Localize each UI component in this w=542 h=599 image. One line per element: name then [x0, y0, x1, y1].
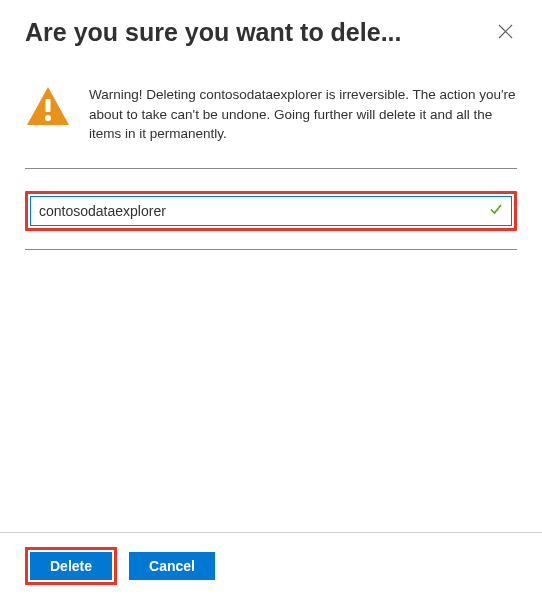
cancel-button-wrapper: Cancel: [127, 547, 217, 585]
delete-button-highlight: Delete: [25, 547, 117, 585]
warning-block: Warning! Deleting contosodataexplorer is…: [25, 85, 517, 169]
dialog-content: Warning! Deleting contosodataexplorer is…: [0, 57, 542, 250]
dialog-footer: Delete Cancel: [0, 532, 542, 599]
cancel-button[interactable]: Cancel: [129, 552, 215, 580]
close-button[interactable]: [494, 20, 517, 46]
validation-check-icon: [489, 202, 503, 220]
warning-triangle-icon: [25, 85, 71, 131]
input-highlight-box: [25, 191, 517, 231]
dialog-title: Are you sure you want to dele...: [25, 18, 401, 47]
svg-point-3: [45, 115, 51, 121]
confirmation-input[interactable]: [31, 197, 511, 225]
delete-button[interactable]: Delete: [30, 552, 112, 580]
warning-text: Warning! Deleting contosodataexplorer is…: [89, 85, 517, 144]
input-wrapper: [30, 196, 512, 226]
dialog-header: Are you sure you want to dele...: [0, 0, 542, 57]
confirmation-input-section: [25, 169, 517, 250]
close-icon: [498, 24, 513, 39]
svg-rect-2: [46, 99, 51, 112]
